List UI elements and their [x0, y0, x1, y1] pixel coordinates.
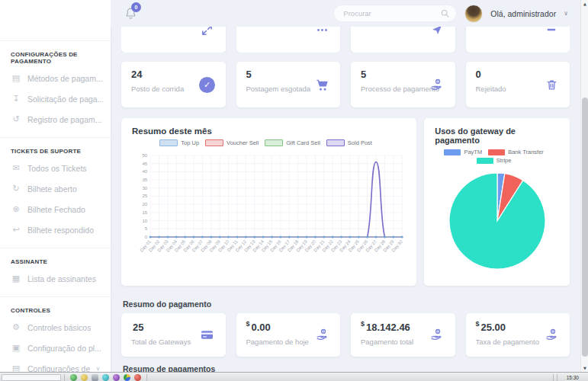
svg-text:10: 10: [142, 219, 147, 223]
sidebar-item-payment-methods[interactable]: ▤ Métodos de pagam...: [0, 68, 111, 88]
taskbar: 15:30: [0, 372, 588, 381]
credit-card-icon: [199, 327, 216, 344]
payment-card-fee: $25.00 Taxa de pagamento: [466, 313, 570, 357]
svg-text:35: 35: [142, 178, 147, 182]
svg-text:25: 25: [142, 194, 147, 199]
briefcase-icon: ▣: [11, 343, 21, 353]
sidebar-section-heading: CONFIGURAÇÕES DE PAGAMENTO: [0, 41, 111, 68]
stat-card-sold-out-post: 5 Postagem esgotada: [236, 62, 341, 107]
legend-item[interactable]: Top Up: [159, 139, 199, 146]
download-icon: ↧: [11, 94, 21, 104]
svg-text:20: 20: [142, 202, 147, 207]
sidebar-section-controls: CONTROLES ⚙ Controles básicos ▣ Configur…: [0, 296, 111, 372]
payment-card-total-gateways: 25 Total de Gateways: [121, 313, 226, 357]
taskbar-app-icon-3[interactable]: [92, 374, 98, 381]
notifications-button[interactable]: 0: [124, 7, 138, 21]
monthly-summary-chart-card: Resumo deste mês Top UpVoucher SellGift …: [121, 118, 416, 286]
notification-badge: 0: [131, 2, 141, 12]
sidebar-item-payment-log[interactable]: ↺ Registro de pagam...: [0, 109, 111, 130]
legend-swatch: [488, 149, 505, 155]
legend-label: PayTM: [464, 149, 482, 155]
search-icon[interactable]: [440, 8, 450, 18]
taskbar-app-icon-1[interactable]: [70, 374, 77, 381]
scroll-up-arrow[interactable]: ▲: [581, 0, 588, 8]
taskbar-app-icon-6[interactable]: [124, 374, 130, 381]
sidebar-item-plugin-config[interactable]: ▣ Configuração do pl...: [0, 338, 111, 358]
legend-label: Stripe: [496, 157, 512, 164]
user-menu[interactable]: Olá, administrador: [490, 9, 556, 18]
stats-row: 24 Posto de corrida ✓ 5 Postagem esgotad…: [121, 62, 570, 107]
pie-slice-stripe[interactable]: [449, 173, 545, 269]
legend-item[interactable]: Sold Post: [326, 139, 372, 146]
legend-swatch: [477, 158, 493, 164]
search-input[interactable]: [333, 5, 457, 22]
legend-item[interactable]: PayTM: [444, 149, 482, 155]
reply-icon: ↩: [11, 225, 21, 235]
cart-icon: [313, 76, 330, 93]
list-grid-icon: ▦: [11, 274, 21, 283]
legend-swatch: [326, 139, 345, 146]
chevron-down-icon: ∨: [96, 366, 103, 372]
svg-text:5: 5: [145, 226, 148, 231]
vertical-scrollbar[interactable]: ▲ ▼: [580, 0, 588, 372]
payment-summary-row: 25 Total de Gateways $0.00 Pagamento de …: [121, 313, 570, 357]
pie-chart-legend: PayTMBank TransferStripe: [436, 149, 558, 165]
sidebar-item-email-config[interactable]: ▤ Configurações de e... ∨: [0, 358, 111, 372]
pie-chart: [447, 167, 548, 272]
legend-item[interactable]: Gift Card Sell: [265, 139, 320, 146]
legend-item[interactable]: Voucher Sell: [205, 139, 259, 146]
stat-card-total-posts: Total de postagens: [121, 27, 226, 53]
hand-money-icon: [429, 76, 445, 93]
spinner-icon: ↻: [11, 184, 21, 194]
legend-item[interactable]: Stripe: [477, 157, 512, 164]
legend-swatch: [205, 139, 223, 146]
sidebar-section-heading: TICKETS DE SUPORTE: [0, 138, 111, 158]
svg-text:40: 40: [142, 169, 147, 174]
taskbar-app-icon-5[interactable]: [113, 374, 120, 381]
sidebar-section-subscriber: ASSINANTE ▦ Lista de assinantes: [0, 248, 111, 292]
sidebar-item-basic-controls[interactable]: ⚙ Controles básicos: [0, 317, 111, 338]
scroll-down-arrow[interactable]: ▼: [581, 364, 588, 372]
taskbar-app-icon-4[interactable]: [102, 374, 109, 381]
sidebar-item-open-ticket[interactable]: ↻ Bilhete aberto: [0, 178, 111, 199]
stat-card-race-post: 24 Posto de corrida ✓: [121, 62, 226, 107]
taskbar-separator: [557, 374, 557, 381]
legend-label: Bank Transfer: [508, 149, 544, 155]
payment-card-today: $0.00 Pagamento de hoje: [236, 313, 341, 357]
sidebar-item-subscriber-list[interactable]: ▦ Lista de assinantes: [0, 268, 111, 289]
main-content: 0 Olá, administrador ∨: [111, 0, 580, 372]
scrollbar-thumb[interactable]: [582, 98, 588, 357]
sidebar-item-answered-ticket[interactable]: ↩ Bilhete respondido: [0, 219, 111, 240]
legend-item[interactable]: Bank Transfer: [488, 149, 544, 155]
svg-text:50: 50: [142, 153, 147, 158]
taskbar-separator: [146, 374, 147, 381]
chevron-down-icon[interactable]: ∨: [564, 10, 568, 17]
hand-money-icon: [429, 327, 445, 344]
hand-money-icon: [313, 327, 330, 344]
svg-text:45: 45: [142, 162, 147, 166]
dashboard-content: Total de postagens Postagem pendente: [111, 27, 580, 372]
legend-label: Top Up: [181, 139, 199, 146]
sidebar-section-support-tickets: TICKETS DE SUPORTE ✉ Todos os Tickets ↻ …: [0, 137, 111, 243]
close-circle-icon: ⊗: [11, 204, 21, 214]
sidebar-logo-area: [0, 0, 111, 41]
taskbar-app-icon-2[interactable]: [81, 374, 88, 381]
mail-icon: ✉: [11, 163, 21, 173]
taskbar-start-area[interactable]: [2, 374, 61, 381]
stat-card-resent-post: Postagem reenviada: [351, 27, 455, 53]
payments-summary-heading: Resumo de pagamentos: [123, 364, 568, 372]
stat-card-pending-post: Postagem pendente: [236, 27, 341, 53]
user-avatar[interactable]: [464, 5, 483, 23]
payment-card-total: $18.142.46 Pagamento total: [351, 313, 455, 357]
taskbar-app-icon-7[interactable]: [134, 374, 141, 381]
legend-swatch: [159, 139, 178, 146]
sidebar-section-payment-config: CONFIGURAÇÕES DE PAGAMENTO ▤ Métodos de …: [0, 41, 111, 133]
taskbar-quick-launch: [68, 374, 143, 381]
stats-row-top-clip: Total de postagens Postagem pendente: [121, 27, 570, 53]
legend-label: Voucher Sell: [227, 139, 259, 146]
sidebar-item-all-tickets[interactable]: ✉ Todos os Tickets: [0, 158, 111, 178]
sidebar-item-closed-ticket[interactable]: ⊗ Bilhete Fechado: [0, 199, 111, 219]
sidebar-item-payment-request[interactable]: ↧ Solicitação de paga...: [0, 88, 111, 109]
taskbar-separator: [64, 374, 65, 381]
stat-card-payment-process: 5 Processo de pagamento: [351, 62, 455, 107]
